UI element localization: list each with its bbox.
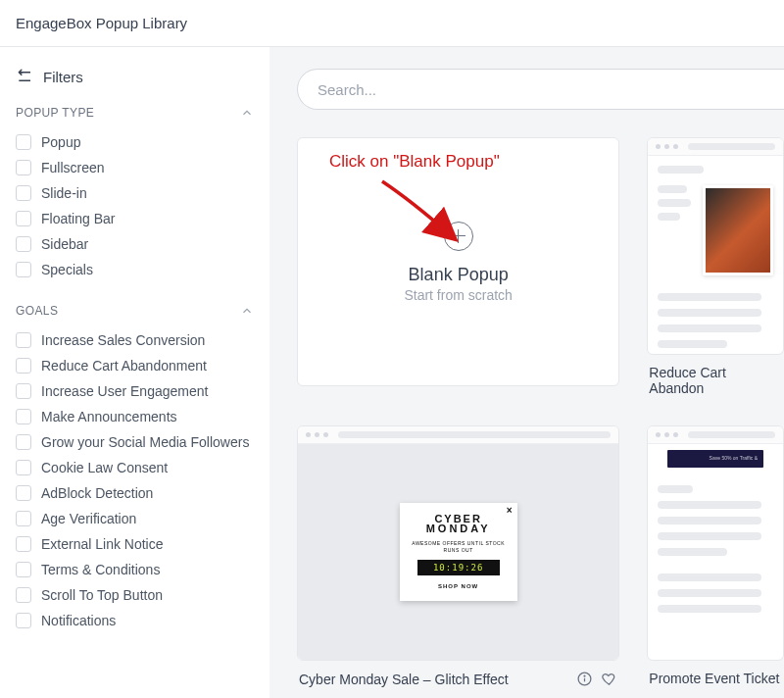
filter-popup[interactable]: Popup [16, 129, 254, 155]
cyber-line2: MONDAY [408, 523, 510, 534]
filter-user-engagement[interactable]: Increase User Engagement [16, 378, 254, 404]
filter-label: Make Announcements [41, 409, 177, 424]
filter-scroll-top[interactable]: Scroll To Top Button [16, 582, 254, 608]
main-layout: Filters POPUP TYPE Popup Fullscreen Slid… [0, 47, 784, 698]
checkbox-icon [16, 613, 31, 628]
checkbox-icon [16, 409, 31, 424]
filter-fullscreen[interactable]: Fullscreen [16, 155, 254, 180]
filter-cookie-law[interactable]: Cookie Law Consent [16, 455, 254, 480]
template-caption: Cyber Monday Sale – Glitch Effect [299, 672, 509, 687]
section-goals-title: GOALS [16, 304, 58, 318]
filter-label: Increase User Engagement [41, 383, 208, 399]
checkbox-icon [16, 185, 31, 201]
filter-label: Fullscreen [41, 160, 105, 175]
heart-icon[interactable] [601, 671, 617, 687]
filter-reduce-cart[interactable]: Reduce Cart Abandonment [16, 353, 254, 378]
filter-sidebar[interactable]: Sidebar [16, 231, 254, 257]
popup-type-list: Popup Fullscreen Slide-in Floating Bar S… [16, 129, 254, 282]
filter-label: External Link Notice [41, 536, 164, 552]
page-title: EngageBox Popup Library [16, 15, 187, 31]
blank-popup-subtitle: Start from scratch [404, 287, 512, 303]
chevron-up-icon [240, 304, 254, 318]
content-area: Blank Popup Start from scratch [270, 47, 784, 698]
checkbox-icon [16, 160, 31, 175]
filter-label: Cookie Law Consent [41, 460, 168, 475]
filter-adblock[interactable]: AdBlock Detection [16, 480, 254, 506]
chevron-up-icon [240, 106, 254, 120]
checkbox-icon [16, 262, 31, 277]
cyber-sub: AWESOME OFFERS UNTIL STOCK RUNS OUT [408, 540, 510, 554]
filters-toggle[interactable]: Filters [16, 67, 254, 86]
cyber-modal-preview: × CYBER MONDAY AWESOME OFFERS UNTIL STOC… [400, 503, 517, 601]
filter-terms[interactable]: Terms & Conditions [16, 557, 254, 582]
checkbox-icon [16, 383, 31, 399]
close-icon: × [507, 505, 513, 516]
template-card-blank[interactable]: Blank Popup Start from scratch [297, 137, 619, 396]
filter-age-verification[interactable]: Age Verification [16, 506, 254, 531]
template-caption: Reduce Cart Abandon [649, 365, 782, 396]
filter-label: Notifications [41, 613, 116, 628]
checkbox-icon [16, 460, 31, 475]
template-grid: Blank Popup Start from scratch [297, 137, 784, 687]
filter-specials[interactable]: Specials [16, 257, 254, 282]
sidebar: Filters POPUP TYPE Popup Fullscreen Slid… [0, 47, 270, 698]
checkbox-icon [16, 536, 31, 552]
checkbox-icon [16, 134, 31, 150]
section-popup-type-header[interactable]: POPUP TYPE [16, 106, 254, 120]
filter-label: Popup [41, 134, 80, 150]
filters-label: Filters [43, 69, 83, 85]
checkbox-icon [16, 434, 31, 450]
search-bar [297, 69, 784, 110]
filter-label: Specials [41, 262, 93, 277]
filter-label: Slide-in [41, 185, 87, 201]
filter-label: AdBlock Detection [41, 485, 153, 501]
filter-floating-bar[interactable]: Floating Bar [16, 206, 254, 231]
filter-label: Floating Bar [41, 211, 115, 226]
filter-label: Increase Sales Conversion [41, 332, 205, 348]
checkbox-icon [16, 511, 31, 526]
filter-notifications[interactable]: Notifications [16, 608, 254, 633]
filter-increase-sales[interactable]: Increase Sales Conversion [16, 327, 254, 353]
checkbox-icon [16, 562, 31, 577]
checkbox-icon [16, 358, 31, 374]
image-placeholder [703, 185, 773, 275]
checkbox-icon [16, 236, 31, 252]
filter-label: Age Verification [41, 511, 136, 526]
template-caption: Promote Event Ticket [649, 671, 779, 686]
cyber-cta: SHOP NOW [408, 583, 510, 589]
filter-announcements[interactable]: Make Announcements [16, 404, 254, 429]
goals-list: Increase Sales Conversion Reduce Cart Ab… [16, 327, 254, 633]
template-card-promote-event[interactable]: Save 50% on Traffic & Promote Eve [647, 425, 784, 687]
svg-point-2 [584, 675, 585, 676]
info-icon[interactable] [576, 671, 593, 687]
section-goals-header[interactable]: GOALS [16, 304, 254, 318]
filter-label: Scroll To Top Button [41, 587, 163, 603]
blank-popup-title: Blank Popup [409, 265, 509, 285]
filter-label: Reduce Cart Abandonment [41, 358, 207, 374]
plus-circle-icon [444, 222, 473, 251]
checkbox-icon [16, 211, 31, 226]
filter-label: Sidebar [41, 236, 88, 252]
template-card-cyber-monday[interactable]: × CYBER MONDAY AWESOME OFFERS UNTIL STOC… [297, 425, 619, 687]
filter-social-followers[interactable]: Grow your Social Media Followers [16, 429, 254, 455]
checkbox-icon [16, 485, 31, 501]
promo-banner-preview: Save 50% on Traffic & [667, 450, 763, 468]
filter-slide-in[interactable]: Slide-in [16, 180, 254, 206]
template-card-reduce-cart[interactable]: Reduce Cart Abandon [647, 137, 784, 396]
page-header: EngageBox Popup Library [0, 0, 784, 47]
filter-external-link[interactable]: External Link Notice [16, 531, 254, 557]
section-popup-type-title: POPUP TYPE [16, 106, 94, 120]
cyber-timer: 10:19:26 [417, 560, 500, 575]
filter-label: Grow your Social Media Followers [41, 434, 249, 450]
filter-label: Terms & Conditions [41, 562, 160, 577]
checkbox-icon [16, 332, 31, 348]
checkbox-icon [16, 587, 31, 603]
collapse-icon [16, 67, 35, 86]
search-input[interactable] [297, 69, 784, 110]
